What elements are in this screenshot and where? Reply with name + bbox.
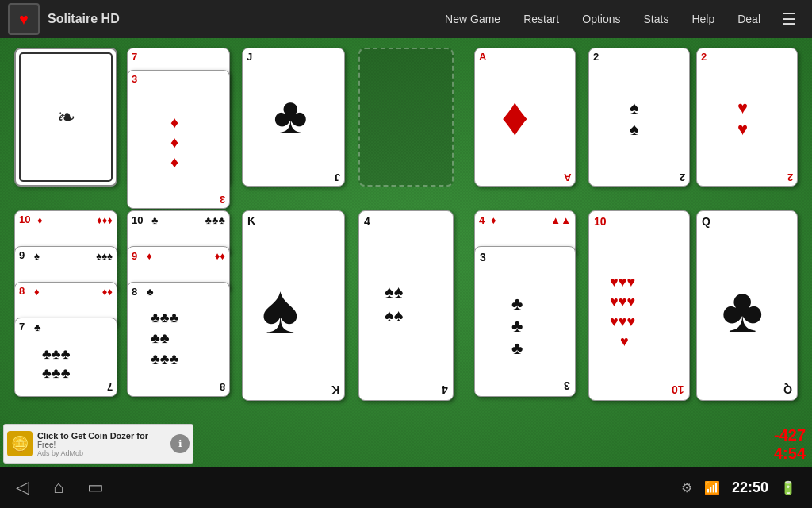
svg-text:♣♣♣: ♣♣♣: [151, 310, 179, 325]
nav-deal[interactable]: Deal: [728, 9, 770, 29]
bottom-bar: ◁ ⌂ ▭ ⚙ 📶 22:50 🔋: [0, 467, 812, 508]
ad-label: Ads by AdMob: [37, 449, 166, 457]
ad-banner[interactable]: 🪙 Click to Get Coin Dozer for Free! Ads …: [3, 424, 193, 464]
ad-title: Click to Get Coin Dozer for: [37, 431, 166, 441]
svg-text:♥: ♥: [737, 98, 748, 117]
ad-subtitle: Free!: [37, 441, 166, 449]
settings-icon[interactable]: ⚙: [681, 480, 692, 495]
card-3-diamonds[interactable]: 3 ♦ ♦ ♦ 3: [127, 70, 230, 209]
nav-help[interactable]: Help: [682, 9, 724, 29]
svg-text:♦: ♦: [170, 133, 178, 151]
svg-text:♣: ♣: [511, 338, 523, 357]
nav-menu: New Game Restart Options Stats Help Deal…: [435, 6, 804, 33]
app-logo: ♥: [8, 3, 40, 35]
svg-text:♥♥♥: ♥♥♥: [610, 314, 635, 329]
stock-pile[interactable]: ❧: [14, 48, 117, 187]
wifi-icon: 📶: [704, 480, 720, 495]
nav-options[interactable]: Options: [573, 9, 630, 29]
back-icon[interactable]: ◁: [16, 477, 29, 498]
ad-close-button[interactable]: ℹ: [170, 434, 190, 453]
nav-new-game[interactable]: New Game: [435, 9, 510, 29]
card-2-spades[interactable]: 2 ♠ ♠ 2: [588, 48, 690, 187]
svg-text:♦: ♦: [170, 114, 178, 131]
svg-text:♥♥♥: ♥♥♥: [610, 274, 635, 290]
card-ace-diamonds[interactable]: A ♦ A: [474, 48, 576, 187]
score-value: -427: [774, 426, 806, 444]
app-title: Solitaire HD: [48, 12, 435, 26]
time-value: 4:54: [774, 444, 806, 463]
ad-text-block: Click to Get Coin Dozer for Free! Ads by…: [37, 431, 166, 457]
nav-stats[interactable]: Stats: [634, 9, 679, 29]
card-3-clubs[interactable]: 3 ♣ ♣ ♣ 3: [474, 246, 576, 397]
home-icon[interactable]: ⌂: [53, 477, 63, 498]
empty-slot-col3[interactable]: [358, 48, 454, 187]
svg-text:♣♣: ♣♣: [151, 330, 170, 346]
svg-text:♣: ♣: [511, 316, 523, 336]
svg-text:♣♣♣: ♣♣♣: [151, 351, 179, 367]
svg-text:♦: ♦: [170, 153, 178, 171]
svg-text:♠: ♠: [630, 98, 639, 117]
battery-icon: 🔋: [780, 480, 796, 495]
svg-text:♣: ♣: [274, 87, 308, 144]
card-10-hearts[interactable]: 10 ♥♥♥ ♥♥♥ ♥♥♥ ♥ 10: [588, 210, 690, 401]
card-queen-clubs[interactable]: Q ♣ Q: [696, 210, 798, 401]
ad-icon: 🪙: [7, 431, 33, 456]
svg-text:♠♠: ♠♠: [385, 306, 404, 325]
game-area: ❧ 7 ♥ ♥ ♥ ♥ ♥ ♥ ♥ 7 3 ♦ ♦: [0, 38, 812, 467]
card-jack-clubs[interactable]: J ♣ J: [242, 48, 345, 187]
logo-heart-icon: ♥: [19, 10, 29, 29]
hamburger-menu-icon[interactable]: ☰: [774, 6, 804, 33]
system-time: 22:50: [732, 479, 768, 496]
nav-restart[interactable]: Restart: [514, 9, 569, 29]
score-overlay: -427 4:54: [774, 426, 806, 463]
svg-text:♣: ♣: [511, 294, 523, 314]
svg-text:♠: ♠: [262, 270, 299, 348]
svg-text:♦: ♦: [501, 86, 529, 146]
card-4-spades[interactable]: 4 ♠♠ ♠♠ 4: [358, 210, 454, 401]
svg-text:♠♠: ♠♠: [385, 282, 404, 302]
svg-text:♣♣♣: ♣♣♣: [42, 365, 71, 381]
card-2-hearts[interactable]: 2 ♥ ♥ 2: [696, 48, 798, 187]
card-back-pattern: ❧: [57, 104, 75, 130]
svg-text:♥: ♥: [737, 119, 748, 139]
card-king-spades[interactable]: K ♠ K: [242, 210, 345, 401]
svg-text:♣: ♣: [722, 275, 764, 345]
card-7-clubs-stack[interactable]: 7 ♣ ♣♣♣ ♣♣♣ 7: [14, 318, 117, 397]
svg-text:♣♣♣: ♣♣♣: [42, 346, 71, 362]
svg-text:♥: ♥: [620, 333, 629, 348]
card-8-clubs-stack[interactable]: 8 ♣ ♣♣♣ ♣♣ ♣♣♣ 8: [127, 282, 230, 397]
recents-icon[interactable]: ▭: [87, 477, 104, 498]
svg-text:♥♥♥: ♥♥♥: [610, 294, 635, 310]
top-bar: ♥ Solitaire HD New Game Restart Options …: [0, 0, 812, 38]
svg-text:♠: ♠: [630, 119, 639, 139]
bottom-right-status: ⚙ 📶 22:50 🔋: [681, 479, 796, 496]
